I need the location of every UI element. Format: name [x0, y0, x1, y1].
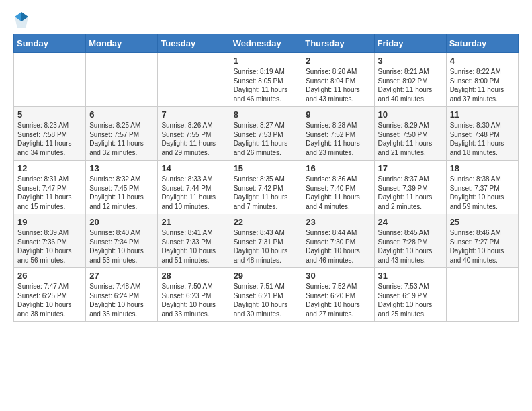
calendar-cell: 26Sunrise: 7:47 AM Sunset: 6:25 PM Dayli… — [14, 268, 86, 322]
day-info: Sunrise: 8:30 AM Sunset: 7:48 PM Dayligh… — [450, 121, 515, 157]
day-number: 1 — [234, 56, 299, 66]
day-info: Sunrise: 8:33 AM Sunset: 7:44 PM Dayligh… — [161, 175, 226, 211]
calendar-cell: 23Sunrise: 8:44 AM Sunset: 7:30 PM Dayli… — [302, 214, 374, 268]
calendar-week-1: 1Sunrise: 8:19 AM Sunset: 8:05 PM Daylig… — [14, 53, 519, 107]
page: SundayMondayTuesdayWednesdayThursdayFrid… — [0, 0, 532, 411]
calendar-cell: 7Sunrise: 8:26 AM Sunset: 7:55 PM Daylig… — [158, 107, 230, 161]
calendar-cell: 4Sunrise: 8:22 AM Sunset: 8:00 PM Daylig… — [446, 53, 518, 107]
weekday-header-tuesday: Tuesday — [158, 34, 230, 53]
calendar-cell: 31Sunrise: 7:53 AM Sunset: 6:19 PM Dayli… — [374, 268, 446, 322]
calendar-cell: 29Sunrise: 7:51 AM Sunset: 6:21 PM Dayli… — [230, 268, 302, 322]
calendar-table: SundayMondayTuesdayWednesdayThursdayFrid… — [13, 34, 519, 322]
weekday-header-thursday: Thursday — [302, 34, 374, 53]
day-number: 3 — [378, 56, 443, 66]
day-info: Sunrise: 7:50 AM Sunset: 6:23 PM Dayligh… — [161, 282, 226, 318]
day-number: 7 — [161, 109, 226, 120]
day-info: Sunrise: 8:25 AM Sunset: 7:57 PM Dayligh… — [89, 121, 154, 157]
calendar-cell: 22Sunrise: 8:43 AM Sunset: 7:31 PM Dayli… — [230, 214, 302, 268]
day-number: 14 — [161, 163, 226, 173]
day-info: Sunrise: 8:19 AM Sunset: 8:05 PM Dayligh… — [234, 67, 299, 103]
calendar-header-row: SundayMondayTuesdayWednesdayThursdayFrid… — [14, 34, 519, 53]
calendar-cell: 21Sunrise: 8:41 AM Sunset: 7:33 PM Dayli… — [158, 214, 230, 268]
day-number: 10 — [378, 109, 443, 120]
calendar-cell: 15Sunrise: 8:35 AM Sunset: 7:42 PM Dayli… — [230, 161, 302, 214]
logo — [13, 11, 31, 30]
calendar-cell — [446, 268, 518, 322]
day-number: 27 — [89, 271, 154, 281]
day-number: 18 — [450, 163, 515, 173]
calendar-cell: 20Sunrise: 8:40 AM Sunset: 7:34 PM Dayli… — [86, 214, 158, 268]
calendar-cell: 17Sunrise: 8:37 AM Sunset: 7:39 PM Dayli… — [374, 161, 446, 214]
day-info: Sunrise: 8:36 AM Sunset: 7:40 PM Dayligh… — [306, 175, 370, 211]
day-number: 20 — [89, 217, 154, 227]
calendar-cell: 3Sunrise: 8:21 AM Sunset: 8:02 PM Daylig… — [374, 53, 446, 107]
day-info: Sunrise: 8:32 AM Sunset: 7:45 PM Dayligh… — [89, 175, 154, 211]
day-number: 31 — [378, 271, 443, 281]
day-number: 15 — [234, 163, 299, 173]
weekday-header-sunday: Sunday — [14, 34, 86, 53]
day-info: Sunrise: 7:52 AM Sunset: 6:20 PM Dayligh… — [306, 282, 370, 318]
calendar-cell: 12Sunrise: 8:31 AM Sunset: 7:47 PM Dayli… — [14, 161, 86, 214]
day-info: Sunrise: 8:37 AM Sunset: 7:39 PM Dayligh… — [378, 175, 443, 211]
calendar-cell: 28Sunrise: 7:50 AM Sunset: 6:23 PM Dayli… — [158, 268, 230, 322]
calendar-cell: 24Sunrise: 8:45 AM Sunset: 7:28 PM Dayli… — [374, 214, 446, 268]
day-info: Sunrise: 8:20 AM Sunset: 8:04 PM Dayligh… — [306, 67, 370, 103]
day-number: 8 — [234, 109, 299, 120]
day-number: 23 — [306, 217, 370, 227]
day-number: 24 — [378, 217, 443, 227]
day-info: Sunrise: 8:38 AM Sunset: 7:37 PM Dayligh… — [450, 175, 515, 211]
day-number: 4 — [450, 56, 515, 66]
day-info: Sunrise: 8:40 AM Sunset: 7:34 PM Dayligh… — [89, 228, 154, 265]
calendar-cell: 19Sunrise: 8:39 AM Sunset: 7:36 PM Dayli… — [14, 214, 86, 268]
calendar-week-2: 5Sunrise: 8:23 AM Sunset: 7:58 PM Daylig… — [14, 107, 519, 161]
calendar-cell: 10Sunrise: 8:29 AM Sunset: 7:50 PM Dayli… — [374, 107, 446, 161]
calendar-cell: 9Sunrise: 8:28 AM Sunset: 7:52 PM Daylig… — [302, 107, 374, 161]
calendar-cell: 8Sunrise: 8:27 AM Sunset: 7:53 PM Daylig… — [230, 107, 302, 161]
calendar-week-3: 12Sunrise: 8:31 AM Sunset: 7:47 PM Dayli… — [14, 161, 519, 214]
day-number: 12 — [17, 163, 82, 173]
calendar-cell: 6Sunrise: 8:25 AM Sunset: 7:57 PM Daylig… — [86, 107, 158, 161]
calendar-cell: 13Sunrise: 8:32 AM Sunset: 7:45 PM Dayli… — [86, 161, 158, 214]
day-info: Sunrise: 8:43 AM Sunset: 7:31 PM Dayligh… — [234, 228, 299, 265]
day-info: Sunrise: 8:27 AM Sunset: 7:53 PM Dayligh… — [234, 121, 299, 157]
calendar-cell — [158, 53, 230, 107]
day-info: Sunrise: 8:39 AM Sunset: 7:36 PM Dayligh… — [17, 228, 82, 265]
day-number: 29 — [234, 271, 299, 281]
day-info: Sunrise: 8:44 AM Sunset: 7:30 PM Dayligh… — [306, 228, 370, 265]
calendar-cell: 25Sunrise: 8:46 AM Sunset: 7:27 PM Dayli… — [446, 214, 518, 268]
day-info: Sunrise: 7:53 AM Sunset: 6:19 PM Dayligh… — [378, 282, 443, 318]
day-info: Sunrise: 8:31 AM Sunset: 7:47 PM Dayligh… — [17, 175, 82, 211]
weekday-header-monday: Monday — [86, 34, 158, 53]
day-number: 30 — [306, 271, 370, 281]
day-info: Sunrise: 7:47 AM Sunset: 6:25 PM Dayligh… — [17, 282, 82, 318]
day-info: Sunrise: 7:48 AM Sunset: 6:24 PM Dayligh… — [89, 282, 154, 318]
day-number: 25 — [450, 217, 515, 227]
day-number: 22 — [234, 217, 299, 227]
day-number: 9 — [306, 109, 370, 120]
calendar-cell: 18Sunrise: 8:38 AM Sunset: 7:37 PM Dayli… — [446, 161, 518, 214]
day-number: 13 — [89, 163, 154, 173]
calendar-week-5: 26Sunrise: 7:47 AM Sunset: 6:25 PM Dayli… — [14, 268, 519, 322]
calendar-cell: 27Sunrise: 7:48 AM Sunset: 6:24 PM Dayli… — [86, 268, 158, 322]
calendar-cell — [86, 53, 158, 107]
day-number: 6 — [89, 109, 154, 120]
weekday-header-friday: Friday — [374, 34, 446, 53]
calendar-cell: 11Sunrise: 8:30 AM Sunset: 7:48 PM Dayli… — [446, 107, 518, 161]
calendar-week-4: 19Sunrise: 8:39 AM Sunset: 7:36 PM Dayli… — [14, 214, 519, 268]
day-info: Sunrise: 7:51 AM Sunset: 6:21 PM Dayligh… — [234, 282, 299, 318]
day-info: Sunrise: 8:22 AM Sunset: 8:00 PM Dayligh… — [450, 67, 515, 103]
weekday-header-saturday: Saturday — [446, 34, 518, 53]
day-number: 28 — [161, 271, 226, 281]
day-info: Sunrise: 8:46 AM Sunset: 7:27 PM Dayligh… — [450, 228, 515, 265]
calendar-cell: 2Sunrise: 8:20 AM Sunset: 8:04 PM Daylig… — [302, 53, 374, 107]
day-info: Sunrise: 8:41 AM Sunset: 7:33 PM Dayligh… — [161, 228, 226, 265]
day-info: Sunrise: 8:45 AM Sunset: 7:28 PM Dayligh… — [378, 228, 443, 265]
day-number: 5 — [17, 109, 82, 120]
day-number: 19 — [17, 217, 82, 227]
calendar-cell: 5Sunrise: 8:23 AM Sunset: 7:58 PM Daylig… — [14, 107, 86, 161]
day-info: Sunrise: 8:35 AM Sunset: 7:42 PM Dayligh… — [234, 175, 299, 211]
day-number: 17 — [378, 163, 443, 173]
header — [13, 11, 519, 30]
weekday-header-wednesday: Wednesday — [230, 34, 302, 53]
calendar-cell: 1Sunrise: 8:19 AM Sunset: 8:05 PM Daylig… — [230, 53, 302, 107]
